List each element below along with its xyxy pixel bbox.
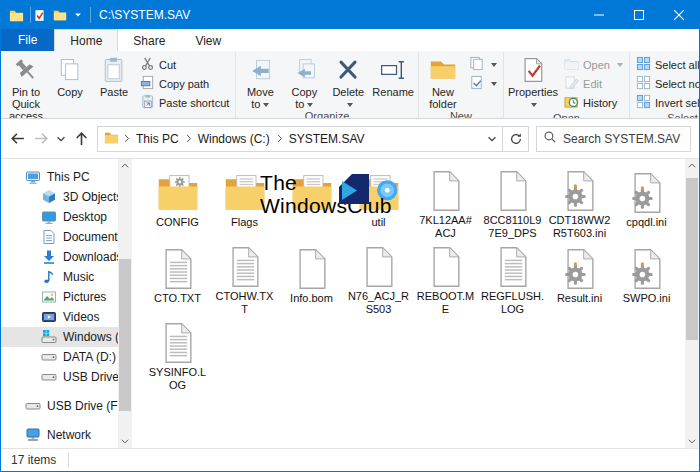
address-bar: This PCWindows (C:)SYSTEM.SAV: [1, 119, 699, 159]
open-button[interactable]: Open: [560, 55, 627, 74]
search-box[interactable]: [536, 126, 691, 152]
sidebar-item-usb-drive-f[interactable]: USB Drive (F:): [1, 396, 118, 416]
file-item-unnamed[interactable]: [278, 165, 345, 240]
sidebar-item-this-pc[interactable]: This PC: [1, 167, 118, 187]
file-item-result-ini[interactable]: Result.ini: [546, 241, 613, 316]
file-item-cto-txt[interactable]: CTO.TXT: [144, 241, 211, 316]
file-item-cdt18ww2r5t603-ini[interactable]: CDT18WW2R5T603.ini: [546, 165, 613, 240]
label: Open: [583, 59, 610, 71]
qat-properties-icon[interactable]: [33, 9, 46, 22]
delete-button[interactable]: Delete: [326, 52, 370, 110]
sidebar-item-videos[interactable]: Videos: [1, 307, 118, 327]
file-item-8cc8110l97e9-dps[interactable]: 8CC8110L97E9_DPS: [479, 165, 546, 240]
file-item-7kl12aa-acj[interactable]: 7KL12AA#ACJ: [412, 165, 479, 240]
breadcrumb-item-this-pc[interactable]: This PC: [134, 132, 181, 146]
explorer-window: C:\SYSTEM.SAV File HomeShareView Pin to …: [0, 0, 700, 472]
sidebar-item-3d-objects[interactable]: 3D Objects: [1, 187, 118, 207]
sidebar-item-documents[interactable]: Documents: [1, 227, 118, 247]
paste-button[interactable]: Paste: [92, 52, 136, 98]
select-all-button[interactable]: Select all: [632, 55, 699, 74]
content-scrollbar[interactable]: [685, 159, 699, 448]
folder-gear-icon: [156, 165, 200, 215]
file-item-config[interactable]: CONFIG: [144, 165, 211, 240]
file-item-sysinfo-log[interactable]: SYSINFO.LOG: [144, 317, 211, 392]
file-item-info-bom[interactable]: Info.bom: [278, 241, 345, 316]
up-button[interactable]: [69, 126, 93, 152]
breadcrumb-item-windows-c[interactable]: Windows (C:): [196, 132, 272, 146]
invert-selection-button[interactable]: Invert selection: [632, 93, 699, 112]
sidebar-item-windows-c[interactable]: Windows (C:): [1, 327, 118, 347]
sidebar-item-label: USB Drive (F:): [47, 399, 118, 413]
caret-down-icon: [531, 103, 537, 107]
recent-locations-caret-icon[interactable]: [53, 126, 69, 152]
file-item-ctohw-txt[interactable]: CTOHW.TXT: [211, 241, 278, 316]
file-blank-icon: [424, 241, 468, 289]
scroll-up-icon[interactable]: [120, 159, 130, 173]
paste-shortcut-button[interactable]: Paste shortcut: [136, 93, 233, 112]
back-button[interactable]: [5, 126, 29, 152]
invert-selection-icon: [636, 94, 651, 111]
scrollbar-thumb[interactable]: [686, 178, 698, 340]
pin-to-quick-access-button[interactable]: Pin to Quickaccess: [4, 52, 48, 119]
file-item-n76-acj-rs503[interactable]: N76_ACJ_RS503: [345, 241, 412, 316]
title-bar: C:\SYSTEM.SAV: [1, 1, 699, 29]
properties-button[interactable]: Properties: [506, 52, 560, 110]
breadcrumb[interactable]: This PCWindows (C:)SYSTEM.SAV: [97, 126, 503, 152]
forward-button[interactable]: [29, 126, 53, 152]
minimize-button[interactable]: [579, 1, 619, 29]
sidebar-item-usb-drive-f[interactable]: USB Drive (F:): [1, 367, 118, 387]
sidebar-item-pictures[interactable]: Pictures: [1, 287, 118, 307]
move-to-button[interactable]: Moveto: [238, 52, 282, 110]
history-button[interactable]: History: [560, 93, 627, 112]
copy-path-button[interactable]: Copy path: [136, 74, 233, 93]
cut-button[interactable]: Cut: [136, 55, 233, 74]
file-blank-icon: [290, 241, 334, 291]
breadcrumb-item-system-sav[interactable]: SYSTEM.SAV: [287, 132, 367, 146]
tab-view[interactable]: View: [180, 29, 236, 51]
sidebar-item-label: Videos: [63, 310, 99, 324]
file-item-util[interactable]: util: [345, 165, 412, 240]
qat-newfolder-icon[interactable]: [53, 8, 67, 22]
copy-to-button[interactable]: Copyto: [282, 52, 326, 110]
tab-home[interactable]: Home: [54, 29, 118, 51]
edit-button[interactable]: Edit: [560, 74, 627, 93]
refresh-button[interactable]: [503, 126, 529, 152]
file-item-cpqdl-ini[interactable]: cpqdl.ini: [613, 165, 680, 240]
scroll-down-icon[interactable]: [687, 434, 697, 448]
easy-access-button[interactable]: [465, 74, 501, 93]
select-none-button[interactable]: Select none: [632, 74, 699, 93]
sidebar-scrollbar[interactable]: [118, 159, 132, 448]
status-bar: 17 items: [1, 448, 699, 471]
close-button[interactable]: [659, 1, 699, 29]
file-item-regflush-log[interactable]: REGFLUSH.LOG: [479, 241, 546, 316]
new-item-button[interactable]: [465, 55, 501, 74]
file-item-flags[interactable]: Flags: [211, 165, 278, 240]
music-icon: [41, 269, 57, 285]
file-item-swpo-ini[interactable]: SWPO.ini: [613, 241, 680, 316]
scrollbar-thumb[interactable]: [119, 259, 131, 410]
sidebar-item-data-d[interactable]: DATA (D:): [1, 347, 118, 367]
search-input[interactable]: [563, 132, 684, 146]
scroll-down-icon[interactable]: [120, 434, 130, 448]
file-list-area: CONFIGFlagsutil7KL12AA#ACJ8CC8110L97E9_D…: [132, 159, 685, 448]
open-icon: [564, 56, 579, 73]
file-item-reboot-me[interactable]: REBOOT.ME: [412, 241, 479, 316]
sidebar-item-network[interactable]: Network: [1, 425, 118, 445]
maximize-button[interactable]: [619, 1, 659, 29]
sidebar-item-music[interactable]: Music: [1, 267, 118, 287]
navigation-pane: This PC3D ObjectsDesktopDocumentsDownloa…: [1, 159, 118, 448]
file-label: SWPO.ini: [623, 292, 671, 305]
address-history-caret-icon[interactable]: [484, 133, 500, 145]
file-text-icon: [223, 241, 267, 289]
sidebar-item-downloads[interactable]: Downloads: [1, 247, 118, 267]
rename-button[interactable]: Rename: [370, 52, 416, 98]
copy-button[interactable]: Copy: [48, 52, 92, 98]
tab-share[interactable]: Share: [118, 29, 180, 51]
sidebar-item-desktop[interactable]: Desktop: [1, 207, 118, 227]
objects-3d-icon: [41, 189, 57, 205]
scroll-up-icon[interactable]: [687, 159, 697, 173]
item-count: 17 items: [11, 453, 56, 467]
new-folder-button[interactable]: Newfolder: [421, 52, 465, 110]
qat-customize-caret-icon[interactable]: [74, 11, 82, 19]
tab-file[interactable]: File: [1, 29, 54, 51]
